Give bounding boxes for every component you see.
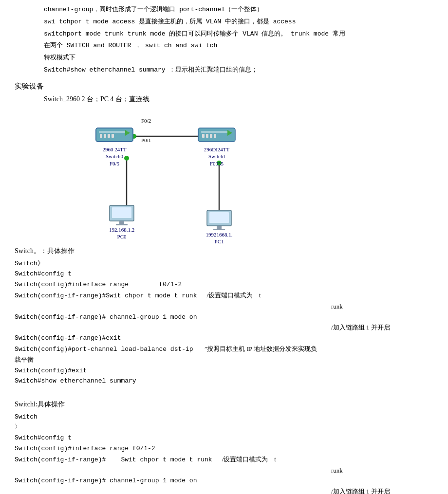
svg-rect-19	[210, 134, 212, 138]
ops0-left8: Switch(config)#exit	[15, 366, 195, 376]
ops0-line2: Switch#config t	[15, 269, 433, 279]
svg-rect-29	[213, 229, 225, 230]
equipment-title: 实验设备	[15, 80, 433, 92]
ops1-right5b: /加入链路组 1 并开启	[331, 487, 390, 494]
equipment-section: 实验设备 Switch_2960 2 台；PC 4 台；直连线	[15, 80, 433, 105]
ops0-line6: Switch(config-if-range)#exit	[15, 333, 433, 344]
svg-rect-20	[214, 134, 216, 138]
svg-rect-27	[209, 212, 229, 223]
ops0-left6: Switch(config-if-range)#exit	[15, 333, 195, 344]
ops1-line5: Switch(config-if-range)# channel-group 1…	[15, 476, 433, 486]
ops0-line7: Switch(config)#port-channel load-balance…	[15, 344, 433, 355]
ops0-left7: Switch(config)#port-channel load-balance…	[15, 345, 195, 355]
ops0-line1: Switch》	[15, 259, 433, 269]
ops0-line4: Switch(config-if-range)#Swit chpor t mod…	[15, 291, 433, 301]
ops0-left3: Switch(config)#interface range f0/1-2	[15, 280, 195, 290]
ops1-line5b: /加入链路组 1 并开启	[15, 487, 433, 494]
equipment-desc: Switch_2960 2 台；PC 4 台；直连线	[44, 94, 433, 105]
ops0-line4b: runk	[15, 302, 433, 312]
port-p01-label: P0/1	[141, 136, 151, 145]
ops0-left5: Switch(config-if-range)# channel-group 1…	[15, 312, 197, 323]
switch1-ops-title: Switchl:具体操作	[15, 399, 433, 410]
svg-rect-28	[217, 226, 222, 229]
switch1-label: 296DI24TT SwitchI F0055	[204, 146, 230, 167]
ops0-line5b: /加入链路组 1 并开启	[15, 323, 433, 333]
ops0-left7b: 载平衡	[15, 355, 195, 366]
pc0-label: 192.168.1.2PC0	[109, 226, 134, 240]
line3: switchport mode trunk trunk mode 的接口可以同时…	[44, 29, 433, 39]
ops1-line2: Switch#config t	[15, 433, 433, 443]
switch0-label: 2960 24TT Switch0 F0/5	[102, 146, 126, 167]
line6: Switch#show etherchannel summary ：显示相关汇聚…	[44, 65, 433, 75]
ops0-left9: Switch#show etherchannel summary	[15, 376, 195, 386]
switch0-ops-title: Switch。：具体操作	[15, 246, 433, 256]
svg-rect-10	[104, 134, 106, 138]
ops1-line3: Switch(config)#interface range f0/1-2	[15, 444, 433, 454]
ops1-left1: Switch	[15, 412, 195, 422]
ops0-line8: Switch(config)#exit	[15, 366, 433, 376]
port-f02-label: F0/2	[141, 117, 151, 126]
pc1-icon	[205, 209, 234, 231]
ops0-right7: ″按照目标主机 IP 地址数据分发来实现负	[205, 344, 317, 354]
ops0-line3: Switch(config)#interface range f0/1-2	[15, 280, 433, 290]
ops1-line1: Switch	[15, 412, 433, 422]
svg-rect-16	[201, 131, 230, 133]
ops1-line4: Switch(config-if-range)# Swit chpor t mo…	[15, 455, 433, 465]
ops1-left5: Switch(config-if-range)# channel-group 1…	[15, 476, 197, 486]
pc1-label: 19921668.1.PC1	[206, 231, 233, 245]
pc1: 19921668.1.PC1	[205, 209, 234, 245]
ops1-line1b: 〉	[15, 422, 433, 433]
ops1-left2: Switch#config t	[15, 433, 195, 443]
ops0-line5: Switch(config-if-range)# channel-group 1…	[15, 312, 433, 323]
svg-rect-24	[119, 221, 124, 224]
ops0-right4b: runk	[331, 302, 343, 312]
switch1-ops: Switchl:具体操作 Switch 〉 Switch#config t Sw…	[15, 399, 433, 494]
switch0-icon	[95, 124, 134, 146]
ops1-right4b: runk	[331, 466, 343, 476]
ops0-line7b: 载平衡	[15, 355, 433, 366]
ops0-left1: Switch》	[15, 259, 195, 269]
svg-rect-18	[206, 134, 208, 138]
pc0-icon	[107, 204, 136, 226]
line4: 在两个 SWITCH and ROUTER ， swit ch and swi …	[44, 41, 433, 51]
ops0-right4: /设置端口模式为 t	[206, 291, 261, 301]
svg-rect-17	[202, 134, 205, 138]
svg-rect-9	[100, 134, 102, 138]
network-diagram: 2960 24TT Switch0 F0/5 F0/2 P0/1 296DI24…	[15, 110, 433, 241]
line2: swi tchpor t mode access 是直接接主机的，所属 VLAN…	[44, 17, 433, 27]
svg-rect-25	[116, 224, 128, 225]
ops1-line4b: runk	[15, 466, 433, 476]
ops0-line9: Switch#show etherchannel summary	[15, 376, 433, 386]
ops1-left3: Switch(config)#interface range f0/1-2	[15, 444, 195, 454]
pc0: 192.168.1.2PC0	[107, 204, 136, 240]
ops1-left4: Switch(config-if-range)# Swit chpor t mo…	[15, 455, 212, 465]
ops1-right4: /设置端口模式为 t	[222, 455, 276, 465]
svg-rect-12	[112, 134, 114, 138]
switch0: 2960 24TT Switch0 F0/5	[95, 124, 134, 167]
ops0-left4: Switch(config-if-range)#Swit chpor t mod…	[15, 291, 197, 301]
line1: channel-group，同时也形成了一个逻辑端口 port-channel（…	[44, 5, 433, 15]
svg-rect-11	[108, 134, 110, 138]
svg-rect-8	[99, 131, 128, 133]
switch1-icon	[197, 124, 236, 146]
intro-block: channel-group，同时也形成了一个逻辑端口 port-channel（…	[15, 5, 433, 75]
switch0-ops: Switch。：具体操作 Switch》 Switch#config t Swi…	[15, 246, 433, 386]
ops0-right5b: /加入链路组 1 并开启	[331, 323, 390, 333]
ops0-left2: Switch#config t	[15, 269, 195, 279]
line5: 特权模式下	[44, 53, 433, 63]
svg-rect-23	[112, 207, 131, 218]
switch1: 296DI24TT SwitchI F0055	[197, 124, 236, 167]
ops1-left1b: 〉	[15, 422, 195, 433]
